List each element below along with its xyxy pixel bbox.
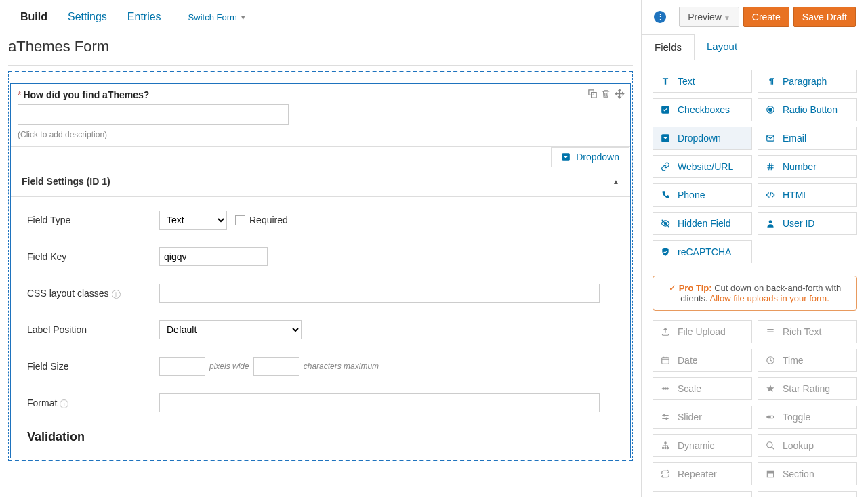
svg-point-23 xyxy=(767,442,772,448)
field-value-input[interactable] xyxy=(18,104,289,125)
svg-point-21 xyxy=(665,447,666,448)
palette-item-label: Rich Text xyxy=(783,326,821,337)
palette-item-label: Time xyxy=(783,355,804,366)
clock-icon xyxy=(765,355,776,366)
palette-item-page-break[interactable]: Page Break xyxy=(653,491,752,497)
palette-item-label: Number xyxy=(783,161,817,172)
sidebar-tab-layout[interactable]: Layout xyxy=(695,34,749,60)
palette-item-embed-form[interactable]: Embed Form xyxy=(758,491,857,497)
palette-item-email[interactable]: Email xyxy=(758,127,857,150)
palette-item-recaptcha[interactable]: reCAPTCHA xyxy=(653,240,752,263)
palette-item-file-upload[interactable]: File Upload xyxy=(653,320,752,343)
field-settings-header[interactable]: Field Settings (ID 1) ▲ xyxy=(11,167,630,197)
tab-build[interactable]: Build xyxy=(20,11,47,23)
link-icon xyxy=(660,161,671,172)
palette-item-user-id[interactable]: User ID xyxy=(758,212,857,235)
palette-item-text[interactable]: Text xyxy=(653,70,752,93)
palette-item-label: Section xyxy=(783,469,814,479)
palette-item-dynamic[interactable]: Dynamic xyxy=(653,434,752,457)
radio-icon xyxy=(765,104,776,115)
palette-item-label: Email xyxy=(783,133,806,144)
field-card[interactable]: *How did you find aThemes? (Click to add… xyxy=(10,83,631,458)
palette-item-label: Date xyxy=(678,355,698,366)
field-maxchars-input[interactable] xyxy=(253,357,299,376)
palette-item-html[interactable]: HTML xyxy=(758,183,857,207)
tree-icon xyxy=(660,440,671,451)
palette-item-label: User ID xyxy=(783,218,814,229)
required-label: Required xyxy=(249,215,288,225)
palette-item-label: HTML xyxy=(783,190,808,200)
field-type-tab[interactable]: Dropdown xyxy=(551,147,629,167)
tab-entries[interactable]: Entries xyxy=(127,11,161,23)
palette-item-label: Radio Button xyxy=(783,104,838,115)
palette-item-slider[interactable]: Slider xyxy=(653,406,752,429)
tab-settings[interactable]: Settings xyxy=(68,11,107,23)
css-classes-input[interactable] xyxy=(159,284,600,303)
svg-point-18 xyxy=(771,416,774,418)
paragraph-icon xyxy=(765,76,776,87)
create-button[interactable]: Create xyxy=(743,7,789,27)
more-menu-icon[interactable]: ⋮ xyxy=(654,11,666,23)
delete-icon[interactable] xyxy=(600,88,611,99)
email-icon xyxy=(765,133,776,144)
palette-item-website-url[interactable]: Website/URL xyxy=(653,155,752,178)
save-draft-button[interactable]: Save Draft xyxy=(793,7,856,27)
repeat-icon xyxy=(660,469,671,479)
form-title: aThemes Form xyxy=(8,35,633,66)
svg-rect-10 xyxy=(662,358,669,364)
label-position-select[interactable]: Default xyxy=(159,320,302,339)
palette-item-label: Lookup xyxy=(783,440,814,451)
validation-heading: Validation xyxy=(27,430,614,444)
field-key-label: Field Key xyxy=(27,251,159,262)
duplicate-icon[interactable] xyxy=(587,88,598,99)
pro-tip-label: Pro Tip: xyxy=(679,283,712,293)
info-icon[interactable]: i xyxy=(112,290,121,299)
palette-item-checkboxes[interactable]: Checkboxes xyxy=(653,98,752,121)
palette-item-label: Slider xyxy=(678,412,702,423)
palette-item-paragraph[interactable]: Paragraph xyxy=(758,70,857,93)
svg-point-19 xyxy=(665,442,666,444)
palette-item-number[interactable]: Number xyxy=(758,155,857,178)
scale-icon xyxy=(660,383,671,394)
required-checkbox[interactable]: Required xyxy=(235,215,288,225)
svg-point-15 xyxy=(663,415,665,416)
palette-item-date[interactable]: Date xyxy=(653,349,752,372)
palette-item-label: Star Rating xyxy=(783,383,830,394)
field-label[interactable]: How did you find aThemes? xyxy=(23,89,149,100)
sidebar-tab-fields[interactable]: Fields xyxy=(642,34,695,60)
pro-tip-link[interactable]: Allow file uploads in your form. xyxy=(710,293,829,303)
phone-icon xyxy=(660,190,671,200)
palette-item-toggle[interactable]: Toggle xyxy=(758,406,857,429)
palette-item-section[interactable]: Section xyxy=(758,462,857,485)
palette-item-label: Checkboxes xyxy=(678,104,730,115)
field-width-input[interactable] xyxy=(159,357,205,376)
svg-point-5 xyxy=(769,108,772,112)
move-icon[interactable] xyxy=(614,88,625,99)
palette-item-time[interactable]: Time xyxy=(758,349,857,372)
pixels-wide-hint: pixels wide xyxy=(209,362,249,371)
palette-item-star-rating[interactable]: Star Rating xyxy=(758,377,857,400)
palette-item-dropdown[interactable]: Dropdown xyxy=(653,127,752,150)
palette-item-phone[interactable]: Phone xyxy=(653,183,752,207)
palette-item-hidden-field[interactable]: Hidden Field xyxy=(653,212,752,235)
palette-item-rich-text[interactable]: Rich Text xyxy=(758,320,857,343)
svg-point-16 xyxy=(666,418,667,419)
upload-icon xyxy=(660,326,671,337)
field-description[interactable]: (Click to add description) xyxy=(11,127,630,146)
palette-item-repeater[interactable]: Repeater xyxy=(653,462,752,485)
palette-item-scale[interactable]: Scale xyxy=(653,377,752,400)
switch-form-dropdown[interactable]: Switch Form ▼ xyxy=(188,12,247,22)
svg-rect-17 xyxy=(766,416,774,419)
info-icon[interactable]: i xyxy=(60,399,68,408)
palette-item-radio-button[interactable]: Radio Button xyxy=(758,98,857,121)
format-input[interactable] xyxy=(159,393,600,412)
field-type-select[interactable]: Text xyxy=(159,211,227,230)
palette-item-lookup[interactable]: Lookup xyxy=(758,434,857,457)
palette-item-label: Phone xyxy=(678,190,705,200)
required-star-icon: * xyxy=(18,89,21,100)
preview-button[interactable]: Preview▼ xyxy=(679,7,739,27)
field-key-input[interactable] xyxy=(159,247,268,266)
slider-icon xyxy=(660,412,671,423)
hash-icon xyxy=(765,161,776,172)
caret-down-icon: ▼ xyxy=(240,14,247,21)
